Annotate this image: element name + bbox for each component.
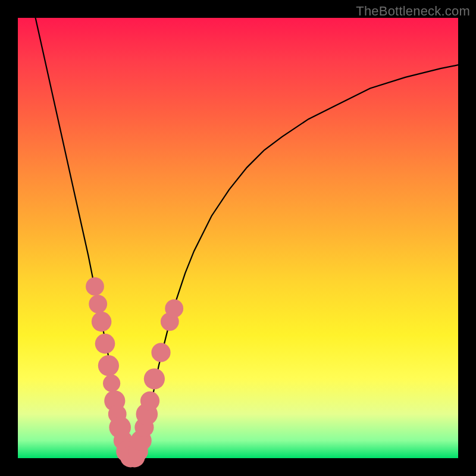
highlight-markers (86, 277, 183, 467)
marker-dot (86, 277, 104, 296)
chart-overlay (18, 18, 458, 458)
outer-frame: TheBottleneck.com (0, 0, 476, 476)
marker-dot (151, 343, 170, 362)
marker-dot (92, 312, 112, 332)
bottleneck-curve (36, 18, 458, 458)
marker-dot (140, 392, 159, 411)
marker-dot (89, 295, 107, 314)
watermark-text: TheBottleneck.com (356, 4, 470, 19)
marker-dot (144, 368, 165, 389)
marker-dot (165, 299, 183, 318)
marker-dot (103, 375, 120, 392)
marker-dot (95, 334, 115, 354)
marker-dot (98, 355, 119, 376)
